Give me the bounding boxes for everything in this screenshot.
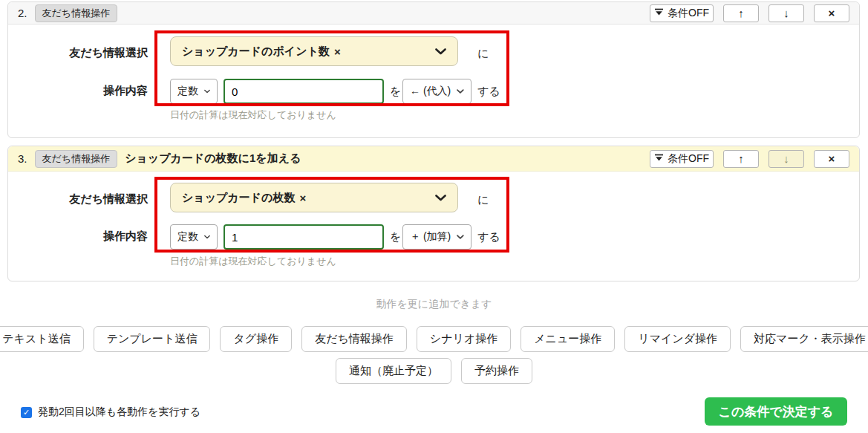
remove-selection-icon[interactable]: × [334,45,341,58]
chevron-down-icon [457,89,464,94]
chevron-down-icon [435,48,446,55]
confirm-condition-button[interactable]: この条件で決定する [705,397,847,426]
remove-selection-icon[interactable]: × [299,192,306,204]
condition-off-button[interactable]: 条件OFF [650,150,714,168]
up-arrow-icon: ↑ [738,152,744,165]
add-reservation-operation-button[interactable]: 予約操作 [461,358,532,384]
date-note: 日付の計算は現在対応しておりません [170,108,336,122]
chevron-down-icon [435,195,446,201]
block-index: 3. [18,152,27,165]
action-block-3: 3. 友だち情報操作 ショップカードの枚数に1を加える 条件OFF ↑ ↓ × … [7,146,860,281]
add-mark-display-operation-button[interactable]: 対応マーク・表示操作 [740,326,868,352]
move-down-button[interactable]: ↓ [769,4,804,22]
operation-label: 操作内容 [13,84,148,98]
add-text-send-button[interactable]: テキスト送信 [0,326,84,352]
operand-type-select[interactable]: 定数 [170,224,218,250]
particle-ni: に [477,193,489,207]
filter-icon [654,154,664,163]
delete-block-button[interactable]: × [814,150,849,168]
move-up-button[interactable]: ↑ [723,150,759,168]
block-header: 2. 友だち情報操作 条件OFF ↑ ↓ × [8,2,859,25]
operator-value: ＋ (加算) [410,230,451,244]
move-up-button[interactable]: ↑ [723,4,759,22]
operator-select[interactable]: ← (代入) [402,79,471,104]
add-notification-button[interactable]: 通知（廃止予定） [336,358,451,384]
add-template-send-button[interactable]: テンプレート送信 [94,326,211,352]
operator-select[interactable]: ＋ (加算) [402,224,471,250]
chevron-down-icon [204,235,210,239]
friend-info-selected-value: ショップカードの枚数 [182,191,295,205]
add-action-button-row-1: テキスト送信 テンプレート送信 タグ操作 友だち情報操作 シナリオ操作 メニュー… [0,326,868,352]
friend-info-select-label: 友だち情報選択 [13,46,148,60]
operand-type-value: 定数 [177,85,198,98]
up-arrow-icon: ↑ [738,7,744,19]
operator-value: ← (代入) [410,85,451,98]
particle-suru: する [477,85,500,99]
down-arrow-icon: ↓ [783,7,789,19]
repeat-execution-checkbox-row[interactable]: ✓ 発動2回目以降も各動作を実行する [21,406,200,419]
action-type-badge: 友だち情報操作 [35,150,118,168]
add-menu-operation-button[interactable]: メニュー操作 [521,326,615,352]
friend-info-dropdown[interactable]: ショップカードのポイント数 × [170,36,458,66]
operand-type-select[interactable]: 定数 [170,79,218,104]
block-title: ショップカードの枚数に1を加える [125,152,301,166]
close-icon: × [829,152,835,165]
close-icon: × [829,7,835,19]
delete-block-button[interactable]: × [814,4,849,22]
down-arrow-icon: ↓ [783,152,789,165]
operand-type-value: 定数 [177,230,198,244]
checkbox-checked[interactable]: ✓ [21,407,32,418]
add-tag-operation-button[interactable]: タグ操作 [220,326,292,352]
friend-info-select-label: 友だち情報選択 [13,192,148,206]
add-actions-hint: 動作を更に追加できます [0,298,868,311]
filter-icon [654,8,664,18]
add-scenario-operation-button[interactable]: シナリオ操作 [417,326,511,352]
action-block-2: 2. 友だち情報操作 条件OFF ↑ ↓ × 友だち情報選択 ショップカードのポ… [7,1,860,138]
block-index: 2. [18,7,27,19]
add-reminder-operation-button[interactable]: リマインダ操作 [624,326,731,352]
chevron-down-icon [457,235,464,239]
particle-wo: を [390,85,401,99]
date-note: 日付の計算は現在対応しておりません [170,255,336,268]
particle-ni: に [477,47,489,61]
check-icon: ✓ [23,408,30,417]
operand-value-input[interactable] [223,79,384,104]
friend-info-dropdown[interactable]: ショップカードの枚数 × [170,183,458,212]
move-down-button-disabled: ↓ [769,150,804,168]
particle-suru: する [477,230,500,244]
friend-info-selected-value: ショップカードのポイント数 [182,45,330,59]
header-buttons: 条件OFF ↑ ↓ × [650,4,849,22]
add-friend-info-operation-button[interactable]: 友だち情報操作 [301,326,407,352]
add-action-button-row-2: 通知（廃止予定） 予約操作 [0,358,868,384]
block-header: 3. 友だち情報操作 ショップカードの枚数に1を加える 条件OFF ↑ ↓ × [8,146,859,172]
chevron-down-icon [204,89,210,94]
particle-wo: を [390,230,401,244]
action-type-badge: 友だち情報操作 [35,4,118,22]
condition-off-button[interactable]: 条件OFF [650,4,714,22]
condition-off-label: 条件OFF [668,152,709,166]
operand-value-input[interactable] [223,224,384,250]
operation-label: 操作内容 [13,229,148,244]
header-buttons: 条件OFF ↑ ↓ × [650,150,849,168]
condition-off-label: 条件OFF [668,7,709,20]
repeat-execution-label: 発動2回目以降も各動作を実行する [38,406,200,419]
